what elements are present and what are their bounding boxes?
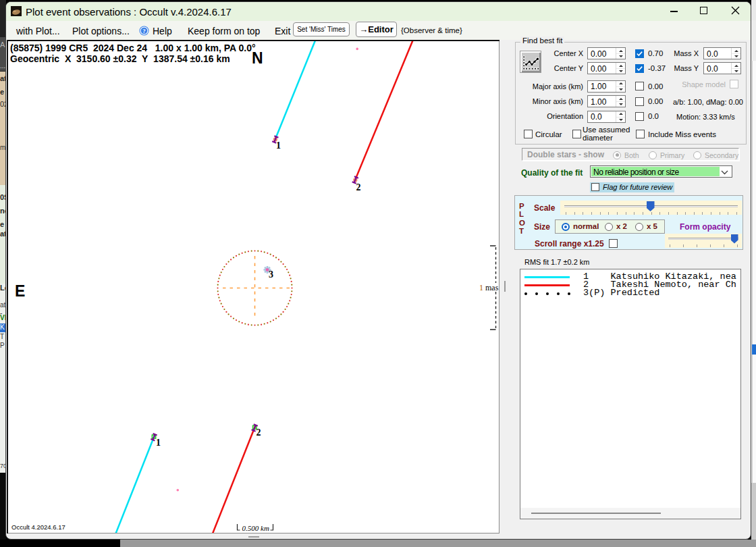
- svg-text:(85875) 1999 CR5 2024 Dec 24: (85875) 1999 CR5 2024 Dec 24 1.00 x 1.00…: [10, 43, 256, 53]
- svg-text:0.500 km: 0.500 km: [242, 524, 269, 532]
- svg-text:1: 1: [156, 438, 161, 448]
- svg-text:?: ?: [142, 28, 146, 34]
- svg-text:Geocentric X 3150.60 ±0.32: Geocentric X 3150.60 ±0.32 Y 1387.54 ±0.…: [10, 53, 230, 64]
- svg-text:1 mas: 1 mas: [479, 283, 499, 292]
- svg-text:E: E: [15, 282, 25, 300]
- svg-text:1: 1: [276, 140, 281, 151]
- svg-text:2: 2: [356, 182, 361, 192]
- svg-text:3: 3: [269, 269, 273, 280]
- svg-text:Occult 4.2024.6.17: Occult 4.2024.6.17: [11, 523, 65, 531]
- svg-text:2: 2: [256, 427, 261, 438]
